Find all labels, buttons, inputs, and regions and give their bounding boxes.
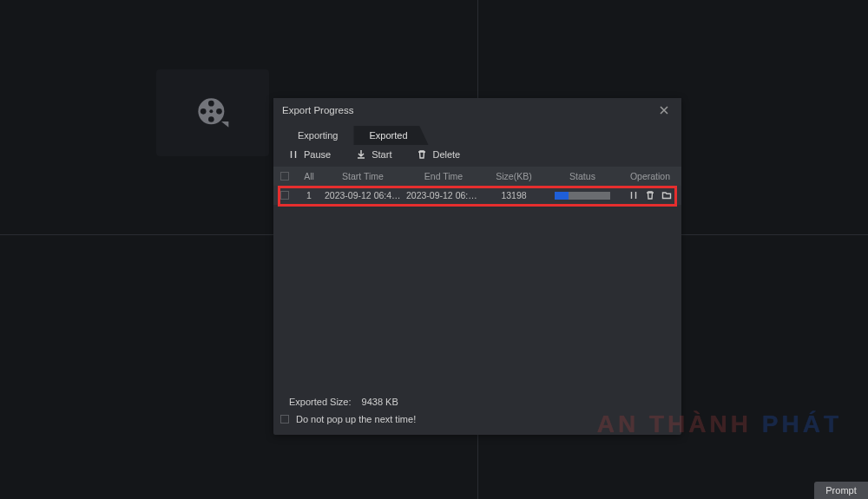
header-all: All — [296, 171, 322, 181]
tab-exported[interactable]: Exported — [353, 126, 428, 145]
svg-point-2 — [208, 116, 214, 122]
row-start-time: 2023-09-12 06:41:... — [322, 190, 404, 200]
header-end-time: End Time — [404, 171, 483, 181]
row-operations — [621, 190, 680, 200]
pause-icon — [628, 190, 639, 200]
progress-fill — [555, 192, 569, 200]
close-icon — [659, 105, 669, 115]
svg-point-3 — [201, 108, 207, 115]
export-progress-modal: Export Progress Exporting Exported Pause… — [273, 98, 681, 435]
row-checkbox[interactable] — [280, 191, 289, 200]
no-popup-checkbox[interactable] — [280, 415, 289, 423]
header-checkbox-cell — [273, 172, 296, 181]
delete-button[interactable]: Delete — [416, 148, 460, 160]
header-operation: Operation — [621, 171, 680, 181]
header-status: Status — [544, 171, 621, 181]
pause-icon — [287, 148, 299, 160]
svg-point-5 — [209, 109, 213, 113]
modal-footer: Exported Size: 9438 KB Do not pop up the… — [273, 388, 681, 435]
table-row[interactable]: 1 2023-09-12 06:41:... 2023-09-12 06:42:… — [273, 186, 681, 205]
popup-line: Do not pop up the next time! — [280, 414, 667, 424]
row-size: 13198 — [483, 190, 544, 200]
pause-label: Pause — [304, 149, 331, 160]
prompt-button[interactable]: Prompt — [814, 482, 868, 499]
tabs: Exporting Exported — [273, 122, 681, 145]
row-status — [544, 192, 621, 200]
select-all-checkbox[interactable] — [280, 172, 289, 181]
row-delete-button[interactable] — [645, 190, 655, 200]
row-folder-button[interactable] — [661, 190, 672, 200]
tab-exporting[interactable]: Exporting — [282, 126, 353, 145]
toolbar: Pause Start Delete — [273, 145, 681, 167]
close-button[interactable] — [655, 102, 673, 119]
no-popup-label: Do not pop up the next time! — [296, 414, 416, 424]
download-icon — [355, 148, 366, 160]
svg-point-1 — [208, 101, 214, 107]
row-checkbox-cell — [273, 191, 296, 200]
trash-icon — [645, 190, 655, 200]
delete-label: Delete — [432, 149, 460, 160]
svg-point-4 — [216, 108, 222, 115]
start-button[interactable]: Start — [355, 148, 391, 160]
table-body: 1 2023-09-12 06:41:... 2023-09-12 06:42:… — [273, 186, 681, 388]
header-size: Size(KB) — [483, 171, 544, 181]
exported-size-label: Exported Size: — [289, 397, 352, 407]
row-pause-button[interactable] — [628, 190, 639, 200]
header-start-time: Start Time — [322, 171, 404, 181]
modal-header: Export Progress — [273, 98, 681, 122]
trash-icon — [416, 148, 427, 160]
exported-size-value: 9438 KB — [362, 397, 398, 407]
pause-button[interactable]: Pause — [287, 148, 331, 160]
modal-title: Export Progress — [282, 105, 655, 115]
folder-icon — [661, 190, 672, 200]
film-reel-icon — [195, 95, 230, 130]
progress-bar — [555, 192, 610, 200]
exported-size-line: Exported Size: 9438 KB — [280, 397, 667, 407]
table-header: All Start Time End Time Size(KB) Status … — [273, 167, 681, 186]
start-label: Start — [372, 149, 391, 160]
channel-placeholder — [156, 69, 269, 156]
row-end-time: 2023-09-12 06:42:... — [404, 190, 483, 200]
row-id: 1 — [296, 190, 322, 200]
